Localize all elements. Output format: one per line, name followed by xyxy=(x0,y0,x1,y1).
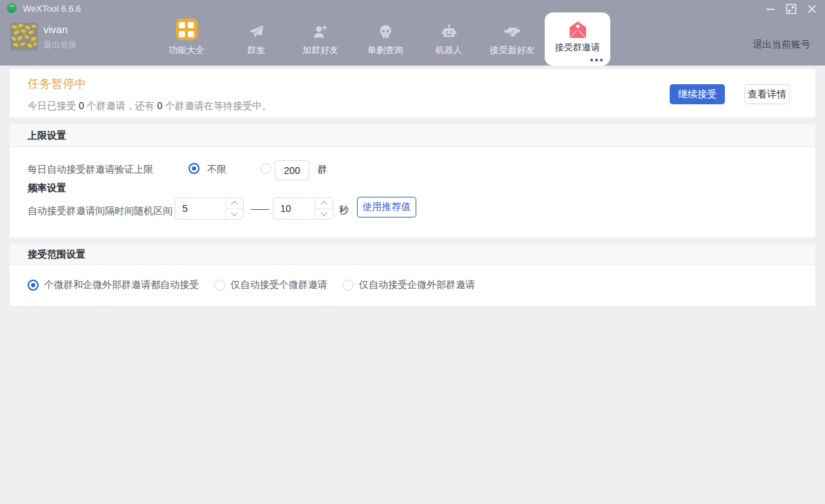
accepted-count: 0 xyxy=(79,100,84,111)
summary-mid: 个群邀请，还有 xyxy=(84,100,157,111)
radio-limit-count[interactable] xyxy=(260,163,271,174)
spin-down-button[interactable] xyxy=(316,209,333,220)
nav-tab-accept-group-invites[interactable]: 接受群邀请 xyxy=(545,12,610,66)
avatar-image xyxy=(10,23,38,50)
limit-settings-card: 上限设置 每日自动接受群邀请验证上限 不限 群 频率设置 自动接受群邀请间隔时间… xyxy=(10,124,815,238)
nav-item-label: 单删查询 xyxy=(353,44,417,57)
grid-icon xyxy=(176,19,197,40)
add-friend-icon xyxy=(312,23,329,40)
radio-personal-only[interactable] xyxy=(214,280,225,291)
spin-down-button[interactable] xyxy=(226,209,243,220)
app-identity: WeXTool 6.6.6 xyxy=(6,3,81,14)
scope-settings-card: 接受范围设置 个微群和企微外部群邀请都自动接受 仅自动接受个微群邀请 仅自动接受… xyxy=(10,244,815,306)
scope-option-label: 仅自动接受个微群邀请 xyxy=(231,279,327,291)
nav-tab-label: 接受群邀请 xyxy=(545,41,610,54)
envelope-heart-icon xyxy=(568,21,588,39)
radio-both[interactable] xyxy=(28,280,39,291)
skull-icon xyxy=(378,23,394,40)
scope-options-row: 个微群和企微外部群邀请都自动接受 仅自动接受个微群邀请 仅自动接受企微外部群邀请 xyxy=(28,279,475,291)
limit-unit-label: 群 xyxy=(318,164,327,176)
maximize-icon xyxy=(786,3,797,14)
close-icon xyxy=(807,4,817,14)
daily-limit-label: 每日自动接受群邀请验证上限 xyxy=(28,164,153,176)
frequency-sub-title: 频率设置 xyxy=(28,182,66,195)
scope-option-personal-only[interactable]: 仅自动接受个微群邀请 xyxy=(214,279,327,291)
app-header: WeXTool 6.6.6 xyxy=(0,0,825,66)
interval-min-input xyxy=(175,197,244,220)
avatar xyxy=(10,23,38,50)
wextool-window: WeXTool 6.6.6 xyxy=(0,0,825,504)
chevron-down-icon xyxy=(321,209,328,216)
scope-option-both[interactable]: 个微群和企微外部群邀请都自动接受 xyxy=(28,279,199,291)
nav-item-mass-send[interactable]: 群发 xyxy=(224,21,288,57)
user-name: vivan xyxy=(43,23,68,35)
robot-icon xyxy=(440,23,458,40)
radio-enterprise-only[interactable] xyxy=(342,280,353,291)
continue-accept-button[interactable]: 继续接受 xyxy=(670,84,725,104)
interval-min-spinner xyxy=(225,198,243,219)
summary-suffix: 个群邀请在等待接受中。 xyxy=(162,100,271,111)
scope-section-title: 接受范围设置 xyxy=(10,244,815,265)
window-controls xyxy=(759,2,821,16)
chevron-up-icon xyxy=(231,201,238,208)
app-title: WeXTool 6.6.6 xyxy=(23,3,81,14)
range-separator: —— xyxy=(251,203,269,214)
maximize-button[interactable] xyxy=(782,2,800,16)
paper-plane-icon xyxy=(248,23,264,40)
titlebar: WeXTool 6.6.6 xyxy=(0,0,825,17)
interval-min-field[interactable] xyxy=(175,198,224,219)
logout-account-link[interactable]: 退出当前账号 xyxy=(753,39,811,51)
more-options-dots[interactable] xyxy=(590,59,603,61)
radio-unlimited-label[interactable]: 不限 xyxy=(207,164,226,176)
nav-item-single-delete-check[interactable]: 单删查询 xyxy=(353,21,417,57)
app-logo-icon xyxy=(6,3,17,14)
close-button[interactable] xyxy=(803,2,821,16)
handshake-icon xyxy=(503,23,521,40)
interval-max-field[interactable] xyxy=(273,198,314,219)
scope-option-enterprise-only[interactable]: 仅自动接受企微外部群邀请 xyxy=(342,279,475,291)
task-status-title: 任务暂停中 xyxy=(28,76,86,92)
interval-unit-label: 秒 xyxy=(339,204,349,217)
nav-item-robot[interactable]: 机器人 xyxy=(417,21,481,57)
nav-item-add-group-friends[interactable]: 加群好友 xyxy=(289,21,352,57)
task-status-card: 任务暂停中 今日已接受 0 个群邀请，还有 0 个群邀请在等待接受中。 继续接受… xyxy=(10,69,815,117)
scope-option-label: 个微群和企微外部群邀请都自动接受 xyxy=(44,279,199,291)
chevron-down-icon xyxy=(231,209,238,216)
interval-label: 自动接受群邀请间隔时间随机区间 xyxy=(28,205,173,217)
limit-section-title: 上限设置 xyxy=(10,124,815,147)
chevron-up-icon xyxy=(321,201,328,208)
minimize-button[interactable] xyxy=(761,2,779,16)
spin-up-button[interactable] xyxy=(226,198,243,209)
task-summary: 今日已接受 0 个群邀请，还有 0 个群邀请在等待接受中。 xyxy=(28,100,271,113)
use-recommended-button[interactable]: 使用推荐值 xyxy=(357,197,416,217)
nav-item-label: 群发 xyxy=(224,44,288,57)
logout-link[interactable]: 退出登录 xyxy=(43,39,77,51)
nav-item-label: 接受新好友 xyxy=(481,44,544,57)
interval-max-input xyxy=(273,197,333,220)
nav-item-label: 功能大全 xyxy=(155,44,218,57)
minimize-icon xyxy=(766,4,775,14)
scope-option-label: 仅自动接受企微外部群邀请 xyxy=(359,279,475,291)
view-details-button[interactable]: 查看详情 xyxy=(744,84,790,104)
limit-count-input[interactable] xyxy=(275,160,309,180)
nav-item-label: 加群好友 xyxy=(289,44,352,57)
nav-item-features[interactable]: 功能大全 xyxy=(155,21,218,57)
interval-max-spinner xyxy=(315,198,333,219)
nav-item-accept-new-friends[interactable]: 接受新好友 xyxy=(481,21,544,57)
summary-prefix: 今日已接受 xyxy=(28,100,79,111)
radio-unlimited[interactable] xyxy=(188,163,200,174)
nav-item-label: 机器人 xyxy=(417,44,481,57)
spin-up-button[interactable] xyxy=(316,198,333,209)
